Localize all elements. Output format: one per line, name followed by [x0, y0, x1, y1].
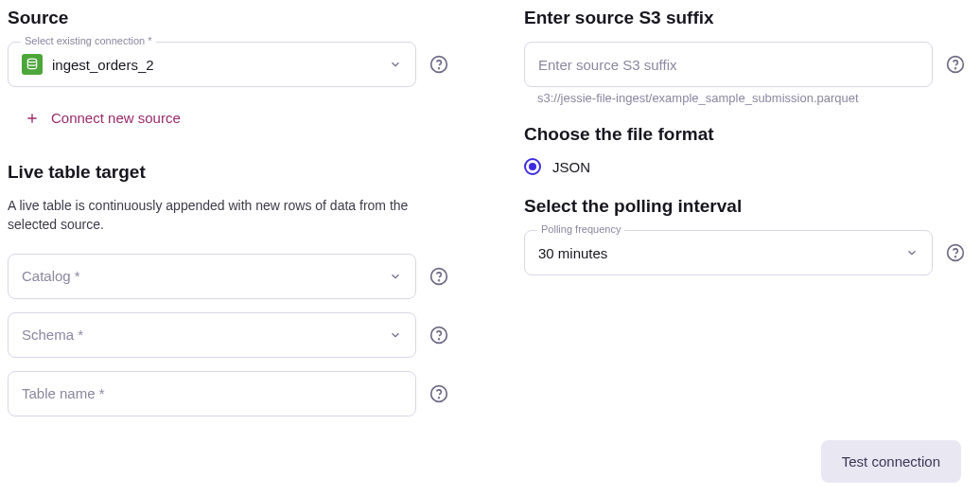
polling-title: Select the polling interval — [524, 196, 965, 217]
chevron-down-icon — [389, 270, 402, 283]
s3-suffix-title: Enter source S3 suffix — [524, 8, 965, 28]
schema-placeholder: Schema * — [22, 327, 379, 343]
connect-new-label: Connect new source — [51, 110, 181, 126]
test-connection-button[interactable]: Test connection — [821, 440, 961, 483]
plus-icon — [25, 111, 40, 126]
help-icon[interactable] — [429, 55, 448, 74]
table-name-input[interactable] — [8, 371, 416, 416]
polling-frequency-value: 30 minutes — [538, 245, 896, 261]
file-format-title: Choose the file format — [524, 124, 965, 145]
live-target-title: Live table target — [8, 162, 448, 183]
polling-frequency-label: Polling frequency — [537, 223, 624, 235]
help-icon[interactable] — [946, 243, 965, 262]
svg-point-2 — [439, 68, 440, 69]
chevron-down-icon — [905, 246, 919, 259]
connection-label: Select existing connection * — [21, 35, 156, 46]
file-format-json-label: JSON — [552, 159, 590, 175]
svg-point-8 — [439, 397, 440, 398]
radio-icon — [524, 158, 541, 175]
s3-suffix-input[interactable] — [524, 42, 933, 87]
s3-suffix-hint: s3://jessie-file-ingest/example_sample_s… — [537, 91, 965, 105]
file-format-json-radio[interactable]: JSON — [524, 158, 965, 175]
schema-select[interactable]: Schema * — [8, 312, 416, 358]
source-title: Source — [8, 8, 448, 28]
chevron-down-icon — [389, 58, 402, 71]
svg-point-6 — [439, 338, 440, 339]
help-icon[interactable] — [946, 55, 965, 74]
svg-point-0 — [27, 59, 36, 62]
connection-select[interactable]: ingest_orders_2 — [8, 42, 416, 87]
catalog-select[interactable]: Catalog * — [8, 254, 416, 299]
chevron-down-icon — [389, 328, 402, 342]
help-icon[interactable] — [429, 384, 448, 403]
svg-point-10 — [955, 68, 956, 69]
database-icon — [22, 54, 43, 75]
polling-frequency-select[interactable]: 30 minutes — [524, 230, 933, 275]
connection-value: ingest_orders_2 — [52, 57, 379, 73]
catalog-placeholder: Catalog * — [22, 268, 379, 284]
help-icon[interactable] — [429, 326, 448, 345]
help-icon[interactable] — [429, 267, 448, 286]
connect-new-source-button[interactable]: Connect new source — [8, 100, 448, 143]
svg-point-4 — [439, 279, 440, 280]
live-target-description: A live table is continuously appended wi… — [8, 196, 448, 235]
svg-point-12 — [955, 257, 956, 257]
